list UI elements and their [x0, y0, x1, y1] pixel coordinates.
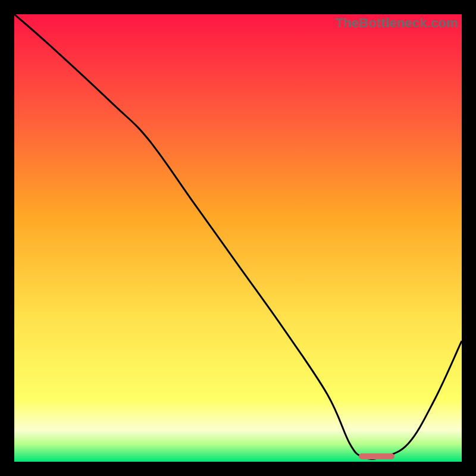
bottleneck-chart	[14, 14, 462, 462]
watermark-text: TheBottleneck.com	[336, 15, 458, 31]
chart-frame: TheBottleneck.com	[14, 14, 462, 462]
heatmap-gradient	[14, 14, 462, 462]
optimal-range-marker	[359, 453, 394, 459]
